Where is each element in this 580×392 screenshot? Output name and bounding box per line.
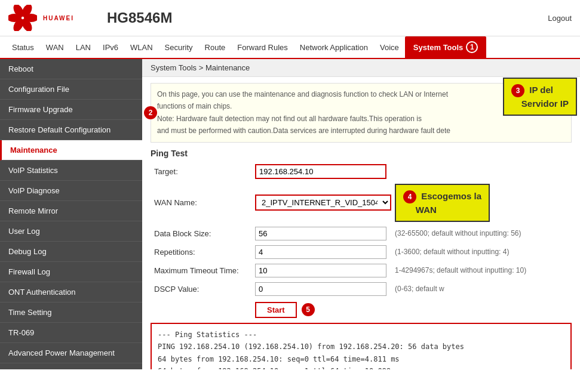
nav-item-wlan[interactable]: WLAN [124, 38, 159, 57]
sidebar-item-debug-log[interactable]: Debug Log [0, 242, 142, 262]
sidebar-item-time-setting[interactable]: Time Setting [0, 303, 142, 323]
wan-name-label: WAN Name: [151, 181, 255, 224]
timeout-label: Maximum Timeout Time: [151, 261, 255, 280]
annotation-wan: 4 Escogemos la WAN [395, 184, 490, 222]
nav-item-wan[interactable]: WAN [40, 38, 70, 57]
dscp-input[interactable] [255, 282, 386, 296]
huawei-wordmark: HUAWEI [43, 15, 74, 21]
sidebar-item-configuration-file[interactable]: Configuration File [0, 79, 142, 100]
result-line-3: 64 bytes from 192.168.254.10: seq=0 ttl=… [158, 353, 564, 365]
main-nav: Status WAN LAN IPv6 WLAN Security Route … [0, 36, 580, 59]
sidebar-item-reboot[interactable]: Reboot [0, 59, 142, 79]
nav-item-route[interactable]: Route [199, 38, 232, 57]
result-line-4: 64 bytes from 192.168.254.10: seq=1 ttl=… [158, 365, 564, 369]
annotation-ip: 3 IP del Servidor IP [503, 78, 577, 116]
target-input[interactable] [255, 164, 386, 179]
badge-4: 4 [403, 190, 416, 203]
logo-area: HUAWEI [8, 5, 101, 31]
content-area: System Tools > Maintenance 2 On this pag… [142, 59, 580, 369]
sidebar-item-ont-auth[interactable]: ONT Authentication [0, 282, 142, 303]
sidebar-item-maintenance[interactable]: Maintenance [0, 140, 142, 160]
logout-button[interactable]: Logout [548, 14, 572, 23]
sidebar-item-firmware-upgrade[interactable]: Firmware Upgrade [0, 100, 142, 120]
repetitions-hint: (1-3600; default without inputting: 4) [391, 243, 530, 261]
dscp-label: DSCP Value: [151, 280, 255, 298]
repetitions-input[interactable] [255, 245, 386, 259]
nav-item-system-tools[interactable]: System Tools 1 [405, 36, 487, 58]
sidebar-item-user-log[interactable]: User Log [0, 221, 142, 242]
sidebar-item-advanced-power[interactable]: Advanced Power Management [0, 343, 142, 363]
start-button[interactable]: Start [255, 302, 297, 318]
repetitions-label: Repetitions: [151, 243, 255, 261]
nav-item-security[interactable]: Security [159, 38, 199, 57]
ping-result-box: --- Ping Statistics --- PING 192.168.254… [151, 323, 572, 369]
ping-test-title: Ping Test [151, 149, 572, 158]
result-line-1: --- Ping Statistics --- [158, 329, 564, 341]
data-block-input[interactable] [255, 227, 386, 240]
sidebar-item-remote-mirror[interactable]: Remote Mirror [0, 201, 142, 221]
nav-item-ipv6[interactable]: IPv6 [97, 38, 124, 57]
sidebar: Reboot Configuration File Firmware Upgra… [0, 59, 142, 369]
data-block-hint: (32-65500; default without inputting: 56… [391, 224, 530, 243]
sidebar-item-voip-statistics[interactable]: VoIP Statistics [0, 160, 142, 181]
badge-2: 2 [144, 106, 157, 119]
sidebar-item-firewall-log[interactable]: Firewall Log [0, 262, 142, 282]
nav-item-status[interactable]: Status [6, 38, 40, 57]
ping-test-section: Ping Test Target: WAN Name: 2_IPTV_INTER… [151, 149, 572, 318]
dscp-hint: (0-63; default w [391, 280, 530, 298]
nav-item-network-application[interactable]: Network Application [294, 38, 374, 57]
timeout-input[interactable] [255, 264, 386, 277]
nav-badge-1: 1 [466, 41, 478, 53]
timeout-hint: 1-4294967s; default without inputting: 1… [391, 261, 530, 280]
notice-box: 2 On this page, you can use the maintena… [151, 83, 572, 143]
target-label: Target: [151, 162, 255, 181]
nav-item-forward-rules[interactable]: Forward Rules [231, 38, 294, 57]
nav-item-voice[interactable]: Voice [374, 38, 405, 57]
sidebar-item-restore-default[interactable]: Restore Default Configuration [0, 120, 142, 140]
nav-item-lan[interactable]: LAN [70, 38, 97, 57]
target-hint [391, 162, 530, 181]
badge-3: 3 [511, 84, 524, 97]
sidebar-item-tr069[interactable]: TR-069 [0, 323, 142, 343]
sidebar-item-voip-diagnose[interactable]: VoIP Diagnose [0, 181, 142, 201]
badge-5: 5 [302, 303, 315, 316]
data-block-label: Data Block Size: [151, 224, 255, 243]
breadcrumb: System Tools > Maintenance [142, 59, 580, 77]
result-line-2: PING 192.168.254.10 (192.168.254.10) fro… [158, 341, 564, 353]
notice-line4: and must be performed with caution.Data … [157, 125, 565, 137]
sidebar-item-modify-login[interactable]: Modify Login Password [0, 363, 142, 369]
huawei-logo-icon [8, 5, 37, 31]
brand-name: HG8546M [107, 10, 172, 26]
wan-name-select[interactable]: 2_IPTV_INTERNET_R_VID_1504 2_INTERNET_R_… [255, 195, 391, 211]
